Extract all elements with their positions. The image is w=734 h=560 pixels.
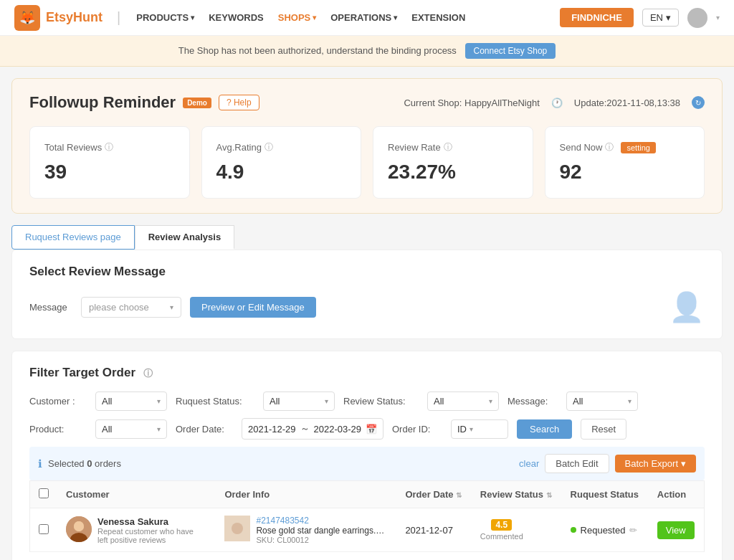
order-info: #2147483542 Rose gold star dangle earrin…	[224, 516, 388, 544]
review-rate-label: Review Rate ⓘ	[388, 141, 518, 153]
commented-label: Commented	[480, 532, 523, 541]
message-select[interactable]: please choose ▾	[81, 297, 181, 318]
batch-edit-button[interactable]: Batch Edit	[545, 454, 609, 473]
message-filter-select[interactable]: All ▾	[566, 391, 638, 411]
filter-target-order-panel: Filter Target Order ⓘ Customer : All ▾ R…	[11, 351, 723, 560]
customer-select[interactable]: All ▾	[95, 391, 167, 411]
order-sku: SKU: CL00012	[256, 536, 385, 544]
order-name: Rose gold star dangle earrings... Inked …	[256, 526, 385, 536]
send-now-info-icon[interactable]: ⓘ	[605, 141, 614, 153]
operations-caret-icon: ▾	[394, 14, 397, 22]
review-status-caret-icon: ▾	[489, 397, 492, 405]
customer-avatar	[66, 516, 92, 542]
ruquest-status-content: Requested ✏	[571, 525, 640, 536]
refresh-icon[interactable]: ↻	[692, 96, 705, 109]
ruquest-status-column-header: Ruquest Status	[562, 481, 649, 508]
customer-desc: Repeat customer who have left positive r…	[97, 527, 205, 544]
customer-filter-label: Customer :	[29, 396, 87, 407]
findniche-button[interactable]: FINDNICHE	[560, 8, 634, 27]
review-status-badge: 4.5 Commented	[480, 519, 523, 541]
setting-button[interactable]: setting	[621, 142, 655, 153]
nav-products[interactable]: PRODUCTS ▾	[135, 9, 196, 26]
clear-button[interactable]: clear	[519, 458, 539, 469]
message-select-caret-icon: ▾	[170, 303, 173, 311]
select-review-message-title: Select Review Message	[29, 265, 705, 279]
banner-text: The Shop has not been authorized, unders…	[178, 45, 457, 56]
order-date-sort-icon: ⇅	[456, 491, 462, 499]
order-info-column-header: Order Info	[216, 481, 396, 508]
action-cell: View	[649, 508, 705, 552]
logo-text: EtsyHunt	[46, 10, 103, 25]
logo[interactable]: 🦊 EtsyHunt	[14, 5, 103, 31]
current-shop-label: Current Shop: HappyAllTheNight	[404, 98, 539, 108]
filter-title: Filter Target Order ⓘ	[29, 366, 705, 380]
total-reviews-label: Total Reviews ⓘ	[44, 141, 175, 153]
order-id: #2147483542	[256, 516, 385, 526]
main-content: Followup Reminder Demo ? Help Current Sh…	[0, 67, 734, 560]
review-status-cell: 4.5 Commented	[472, 508, 562, 552]
user-caret-icon: ▾	[716, 14, 720, 22]
select-all-checkbox[interactable]	[39, 488, 49, 498]
nav-items: PRODUCTS ▾ KEYWORDS SHOPS ▾ OPERATIONS ▾…	[135, 9, 545, 26]
connect-etsy-button[interactable]: Connect Etsy Shop	[465, 43, 556, 59]
order-id-label: Order ID:	[392, 424, 442, 435]
logo-icon: 🦊	[14, 5, 40, 31]
table-body: Venessa Sakura Repeat customer who have …	[30, 508, 705, 552]
ruquest-status-select[interactable]: All ▾	[263, 391, 335, 411]
stats-row: Total Reviews ⓘ 39 Avg.Rating ⓘ 4.9 Revi…	[29, 126, 705, 199]
send-now-label: Send Now ⓘ setting	[560, 141, 690, 153]
nav-operations[interactable]: OPERATIONS ▾	[329, 9, 399, 26]
review-status-select[interactable]: All ▾	[427, 391, 499, 411]
total-reviews-info-icon[interactable]: ⓘ	[105, 141, 113, 153]
filter-info-icon[interactable]: ⓘ	[143, 368, 153, 379]
customer-name: Venessa Sakura	[97, 516, 205, 527]
ruquest-status-text: Requested	[581, 525, 626, 536]
orders-table: Customer Order Info Order Date ⇅ Review …	[29, 480, 705, 552]
review-rate-value: 23.27%	[388, 161, 518, 184]
order-id-select[interactable]: ID ▾	[451, 419, 508, 439]
message-label: Message	[29, 302, 72, 313]
filter-row-1: Customer : All ▾ Ruquest Status: All ▾ R…	[29, 391, 705, 411]
order-id-caret-icon: ▾	[470, 425, 473, 433]
nav-keywords[interactable]: KEYWORDS	[207, 9, 265, 26]
review-status-column-header[interactable]: Review Status ⇅	[472, 481, 562, 508]
stat-card-send-now: Send Now ⓘ setting 92	[545, 126, 705, 199]
nav-extension[interactable]: EXTENSION	[410, 9, 467, 26]
search-button[interactable]: Search	[517, 419, 572, 439]
info-icon-toolbar: ℹ	[38, 457, 42, 470]
tabs-row: Ruquest Reviews page Review Analysis	[11, 225, 723, 250]
order-thumbnail	[224, 516, 250, 541]
order-info-cell: #2147483542 Rose gold star dangle earrin…	[216, 508, 396, 552]
lang-selector[interactable]: EN ▾	[642, 9, 679, 27]
stat-card-avg-rating: Avg.Rating ⓘ 4.9	[201, 126, 362, 199]
shops-caret-icon: ▾	[313, 14, 316, 22]
reset-button[interactable]: Reset	[581, 419, 626, 440]
total-reviews-value: 39	[44, 161, 175, 184]
review-rate-info-icon[interactable]: ⓘ	[444, 141, 452, 153]
avg-rating-label: Avg.Rating ⓘ	[216, 141, 347, 153]
product-caret-icon: ▾	[157, 425, 161, 433]
help-button[interactable]: ? Help	[219, 95, 259, 110]
row-checkbox[interactable]	[39, 524, 49, 534]
navbar-right: FINDNICHE EN ▾ ▾	[560, 8, 720, 28]
table-row: Venessa Sakura Repeat customer who have …	[30, 508, 705, 552]
order-date-column-header[interactable]: Order Date ⇅	[396, 481, 471, 508]
batch-export-caret-icon: ▾	[681, 458, 686, 469]
followup-meta: Current Shop: HappyAllTheNight 🕐 Update:…	[404, 96, 705, 109]
nav-shops[interactable]: SHOPS ▾	[277, 9, 318, 26]
edit-icon[interactable]: ✏	[629, 525, 637, 536]
tab-review-analysis[interactable]: Review Analysis	[135, 225, 234, 250]
tab-request-reviews[interactable]: Ruquest Reviews page	[11, 225, 135, 250]
product-label: Product:	[29, 424, 87, 435]
batch-export-button[interactable]: Batch Export ▾	[615, 455, 696, 473]
illustration-icon: 👤	[669, 290, 705, 324]
avg-rating-info-icon[interactable]: ⓘ	[264, 141, 273, 153]
calendar-icon: 📅	[366, 424, 377, 435]
preview-edit-message-button[interactable]: Preview or Edit Message	[190, 297, 316, 318]
user-avatar[interactable]	[687, 8, 707, 28]
date-separator: ～	[300, 422, 310, 435]
date-range-input[interactable]: 2021-12-29 ～ 2022-03-29 📅	[242, 418, 383, 440]
navbar: 🦊 EtsyHunt | PRODUCTS ▾ KEYWORDS SHOPS ▾…	[0, 0, 734, 36]
product-select[interactable]: All ▾	[95, 419, 167, 439]
view-button[interactable]: View	[657, 521, 695, 539]
